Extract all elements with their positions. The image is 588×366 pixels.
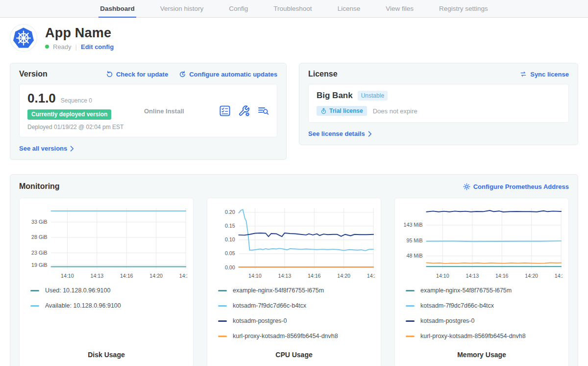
cpu-usage-chart: 0.000.050.100.150.2014:1014:1314:1614:20…	[213, 204, 375, 282]
configure-automatic-updates-label: Configure automatic updates	[189, 71, 277, 78]
svg-text:14:13: 14:13	[466, 273, 479, 279]
top-nav: Dashboard Version history Config Trouble…	[0, 0, 588, 18]
legend-label: Available: 10.128.0.96:9100	[45, 302, 121, 309]
app-header-text: App Name Ready | Edit config	[45, 26, 114, 51]
edit-config-link[interactable]: Edit config	[81, 43, 114, 51]
tab-license[interactable]: License	[336, 0, 362, 18]
tab-version-history[interactable]: Version history	[159, 0, 205, 18]
svg-text:0.05: 0.05	[225, 250, 235, 256]
legend-label: kotsadm-7f9dc7d66c-b4tcx	[420, 302, 494, 309]
svg-text:48 MiB: 48 MiB	[406, 253, 422, 259]
app-title: App Name	[45, 26, 114, 41]
configure-automatic-updates-link[interactable]: Configure automatic updates	[179, 71, 277, 78]
preflight-checks-icon[interactable]	[219, 105, 231, 117]
svg-text:28 GiB: 28 GiB	[31, 234, 48, 240]
tab-config[interactable]: Config	[227, 0, 249, 18]
tab-registry-settings[interactable]: Registry settings	[438, 0, 490, 18]
svg-text:14:20: 14:20	[525, 273, 538, 279]
svg-text:14:10: 14:10	[61, 273, 74, 279]
status-ready-dot	[45, 45, 49, 49]
see-all-versions-link[interactable]: See all versions	[19, 145, 74, 152]
legend-swatch	[30, 290, 39, 291]
tab-dashboard[interactable]: Dashboard	[98, 0, 136, 18]
see-all-versions-label: See all versions	[19, 145, 67, 152]
trial-license-badge: Trial license	[317, 106, 367, 116]
legend-item: kurl-proxy-kotsadm-8569fb6454-dnvh8	[218, 333, 375, 340]
legend-label: kurl-proxy-kotsadm-8569fb6454-dnvh8	[233, 333, 338, 340]
license-heading: License	[308, 70, 338, 78]
svg-text:14:16: 14:16	[120, 273, 133, 279]
legend-swatch	[218, 305, 227, 307]
legend-swatch	[406, 290, 415, 291]
legend-item: kotsadm-postgres-0	[218, 317, 375, 324]
license-panel: Big Bank Unstable Trial license Does not…	[308, 84, 569, 123]
see-license-details-label: See license details	[308, 130, 365, 137]
legend-label: example-nginx-54f8f76755-l675m	[420, 287, 512, 294]
channel-badge: Unstable	[358, 91, 388, 101]
see-license-details-link[interactable]: See license details	[308, 130, 372, 137]
legend-swatch	[30, 305, 39, 307]
svg-text:0.15: 0.15	[225, 223, 235, 229]
chart-title-disk: Disk Usage	[25, 348, 187, 361]
svg-text:143 MiB: 143 MiB	[404, 222, 423, 228]
cpu-usage-legend: example-nginx-54f8f76755-l675mkotsadm-7f…	[213, 287, 375, 348]
cpu-usage-chart-card: 0.000.050.100.150.2014:1014:1314:1614:20…	[207, 198, 381, 366]
legend-item: example-nginx-54f8f76755-l675m	[218, 287, 375, 294]
refresh-icon	[106, 71, 113, 78]
license-card: License Sync license Big Bank Unstable	[299, 63, 578, 145]
legend-item: Available: 10.128.0.96:9100	[30, 302, 187, 309]
svg-text:0.10: 0.10	[225, 236, 235, 242]
tab-troubleshoot[interactable]: Troubleshoot	[272, 0, 313, 18]
kubernetes-logo-icon	[10, 24, 37, 52]
gear-icon	[463, 183, 470, 190]
legend-item: kotsadm-7f9dc7d66c-b4tcx	[218, 302, 375, 309]
version-number: 0.1.0	[27, 91, 56, 106]
install-type-label: Online Install	[144, 107, 184, 115]
legend-swatch	[218, 336, 227, 337]
check-for-update-link[interactable]: Check for update	[106, 71, 168, 78]
svg-text:14:10: 14:10	[248, 273, 262, 279]
version-card: Version Check for update	[10, 63, 287, 160]
deployed-timestamp: Deployed 01/19/22 @ 02:04 pm EST	[27, 124, 130, 131]
legend-label: kurl-proxy-kotsadm-8569fb6454-dnvh8	[420, 333, 526, 340]
svg-text:14:16: 14:16	[495, 273, 509, 279]
clock-refresh-icon	[179, 71, 186, 78]
svg-text:14:23: 14:23	[555, 273, 563, 279]
legend-swatch	[406, 305, 415, 307]
chart-title-memory: Memory Usage	[401, 348, 563, 361]
sync-license-link[interactable]: Sync license	[519, 71, 569, 78]
configure-prometheus-label: Configure Prometheus Address	[473, 183, 569, 190]
legend-label: kotsadm-7f9dc7d66c-b4tcx	[233, 302, 306, 309]
legend-item: Used: 10.128.0.96:9100	[30, 287, 187, 294]
configure-prometheus-link[interactable]: Configure Prometheus Address	[463, 183, 569, 190]
svg-text:14:13: 14:13	[90, 273, 103, 279]
legend-swatch	[406, 336, 415, 337]
deployed-badge: Currently deployed version	[27, 109, 111, 120]
chart-title-cpu: CPU Usage	[213, 348, 375, 361]
deploy-logs-icon[interactable]	[257, 105, 269, 117]
status-text: Ready	[53, 43, 72, 51]
check-for-update-label: Check for update	[116, 71, 168, 78]
config-wrench-icon[interactable]	[238, 105, 250, 117]
sync-license-label: Sync license	[530, 71, 569, 78]
svg-text:14:16: 14:16	[308, 273, 321, 279]
version-sequence: Sequence 0	[61, 97, 92, 104]
disk-usage-chart-card: 19 GiB23 GiB28 GiB33 GiB14:1014:1314:161…	[19, 198, 194, 366]
chevron-right-icon	[368, 131, 372, 137]
app-header: App Name Ready | Edit config	[10, 24, 578, 52]
legend-item: example-nginx-54f8f76755-l675m	[406, 287, 563, 294]
memory-usage-chart: 48 MiB95 MiB143 MiB14:1014:1314:1614:201…	[401, 204, 563, 282]
disk-usage-chart: 19 GiB23 GiB28 GiB33 GiB14:1014:1314:161…	[25, 204, 187, 282]
memory-usage-chart-card: 48 MiB95 MiB143 MiB14:1014:1314:1614:201…	[394, 198, 569, 366]
legend-label: kotsadm-postgres-0	[233, 317, 287, 324]
chevron-right-icon	[70, 146, 74, 152]
current-version-panel: 0.1.0 Sequence 0 Currently deployed vers…	[19, 84, 277, 137]
legend-swatch	[406, 320, 415, 322]
version-heading: Version	[19, 70, 48, 78]
svg-text:95 MiB: 95 MiB	[406, 237, 422, 243]
legend-swatch	[218, 290, 227, 291]
svg-text:23 GiB: 23 GiB	[31, 250, 48, 256]
legend-item: kotsadm-postgres-0	[406, 317, 563, 324]
tab-view-files[interactable]: View files	[384, 0, 415, 18]
legend-swatch	[218, 320, 227, 322]
